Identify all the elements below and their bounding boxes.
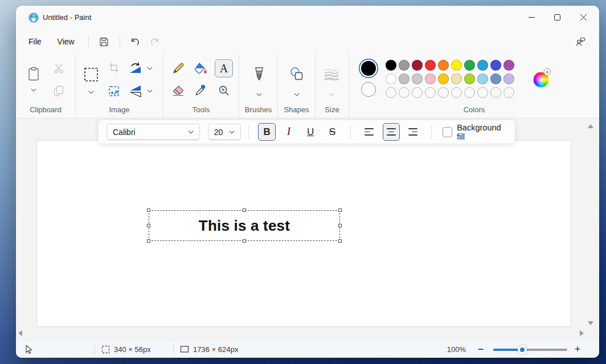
resize-button[interactable] xyxy=(108,85,120,97)
paste-button[interactable] xyxy=(27,67,40,81)
color-swatch[interactable] xyxy=(386,60,396,71)
bold-button[interactable]: B xyxy=(258,123,275,141)
undo-button[interactable] xyxy=(126,32,145,51)
drawing-canvas[interactable]: This is a test xyxy=(37,141,571,326)
edit-colors-button[interactable]: + xyxy=(534,72,549,88)
color-swatch[interactable] xyxy=(464,73,475,84)
cursor-arrow-icon xyxy=(24,345,32,354)
empty-color-slot[interactable] xyxy=(490,87,501,98)
zoom-in-button[interactable]: + xyxy=(571,342,584,356)
text-tool-selected[interactable]: A xyxy=(215,59,233,77)
align-left-button[interactable] xyxy=(361,123,378,141)
scroll-up-arrow[interactable] xyxy=(588,124,593,128)
color-swatch[interactable] xyxy=(386,73,396,84)
flip-dropdown-chevron[interactable] xyxy=(147,89,153,93)
cut-button[interactable] xyxy=(54,63,64,74)
color-picker-tool[interactable] xyxy=(195,85,206,96)
selection-handle[interactable] xyxy=(147,239,150,243)
selection-handle[interactable] xyxy=(243,208,246,212)
scroll-right-arrow[interactable] xyxy=(580,330,584,336)
selection-handle[interactable] xyxy=(147,224,150,227)
color2-swatch[interactable] xyxy=(361,82,376,97)
color-swatch[interactable] xyxy=(503,73,514,84)
empty-color-slot[interactable] xyxy=(386,87,396,98)
text-selection-box[interactable]: This is a test xyxy=(149,210,340,241)
font-size-select[interactable]: 20 xyxy=(208,124,241,140)
empty-color-slot[interactable] xyxy=(399,87,410,98)
selection-size-indicator: 340 × 56px xyxy=(101,341,151,358)
color-swatch[interactable] xyxy=(451,60,462,71)
color-swatch[interactable] xyxy=(477,60,488,71)
selection-handle[interactable] xyxy=(147,208,150,212)
color-swatch[interactable] xyxy=(451,73,462,84)
color-swatch[interactable] xyxy=(412,73,423,84)
align-center-button[interactable] xyxy=(383,123,400,141)
scroll-left-arrow[interactable] xyxy=(18,330,22,336)
pencil-tool[interactable] xyxy=(172,62,185,75)
minimize-button[interactable] xyxy=(519,6,544,28)
scroll-down-arrow[interactable] xyxy=(588,321,593,325)
strikethrough-button[interactable]: S xyxy=(324,123,341,141)
magnifier-tool[interactable] xyxy=(218,85,230,96)
brushes-dropdown-chevron[interactable] xyxy=(256,93,262,96)
canvas-text[interactable]: This is a test xyxy=(199,217,290,235)
background-fill-checkbox[interactable] xyxy=(443,127,452,137)
color-swatch[interactable] xyxy=(503,60,514,71)
selection-handle[interactable] xyxy=(338,224,342,227)
empty-color-slot[interactable] xyxy=(425,87,436,98)
rotate-button[interactable] xyxy=(129,62,142,75)
underline-button[interactable]: U xyxy=(302,123,319,141)
selection-handle[interactable] xyxy=(338,239,342,243)
redo-button[interactable] xyxy=(145,32,165,51)
color-swatch[interactable] xyxy=(490,73,501,84)
empty-color-slot[interactable] xyxy=(477,87,488,98)
italic-button[interactable]: I xyxy=(280,123,297,141)
select-dropdown-chevron[interactable] xyxy=(88,91,94,94)
empty-color-slot[interactable] xyxy=(412,87,423,98)
align-right-button[interactable] xyxy=(404,123,421,141)
maximize-button[interactable] xyxy=(544,6,570,28)
zoom-slider[interactable] xyxy=(493,349,567,351)
brushes-button[interactable] xyxy=(253,67,265,81)
flip-button[interactable] xyxy=(129,85,142,97)
color-swatch[interactable] xyxy=(490,60,501,71)
color-swatch[interactable] xyxy=(477,73,488,84)
select-button[interactable] xyxy=(84,67,99,82)
crop-button[interactable] xyxy=(109,63,120,73)
color-swatch[interactable] xyxy=(425,73,436,84)
color-swatch[interactable] xyxy=(399,60,410,71)
size-dropdown-chevron[interactable] xyxy=(329,93,334,96)
fill-tool[interactable] xyxy=(194,62,207,75)
empty-color-slot[interactable] xyxy=(438,87,449,98)
paste-dropdown-chevron[interactable] xyxy=(31,88,36,92)
size-button[interactable] xyxy=(324,68,339,80)
zoom-slider-thumb[interactable] xyxy=(518,345,527,354)
color-swatch[interactable] xyxy=(399,73,410,84)
align-right-icon xyxy=(408,128,417,135)
selection-handle[interactable] xyxy=(243,239,246,243)
desktop: { "titlebar": { "title": "Untitled - Pai… xyxy=(0,0,606,364)
copy-button[interactable] xyxy=(54,85,64,97)
zoom-out-button[interactable]: − xyxy=(474,342,488,356)
empty-color-slot[interactable] xyxy=(503,87,514,98)
color1-selected-swatch[interactable] xyxy=(361,61,376,76)
color-swatch[interactable] xyxy=(464,60,475,71)
menu-file[interactable]: File xyxy=(21,34,50,50)
feedback-icon[interactable] xyxy=(571,32,590,51)
color-swatch[interactable] xyxy=(412,60,423,71)
empty-color-slot[interactable] xyxy=(464,87,475,98)
shapes-button[interactable] xyxy=(289,67,304,81)
close-button[interactable] xyxy=(571,6,596,28)
eraser-tool[interactable] xyxy=(172,85,185,96)
selection-handle[interactable] xyxy=(338,208,342,212)
shapes-dropdown-chevron[interactable] xyxy=(294,93,300,96)
canvas-size-value: 1736 × 624px xyxy=(193,345,238,354)
color-swatch[interactable] xyxy=(425,60,436,71)
save-button[interactable] xyxy=(95,32,114,51)
menu-view[interactable]: View xyxy=(50,34,83,50)
empty-color-slot[interactable] xyxy=(451,87,462,98)
rotate-dropdown-chevron[interactable] xyxy=(147,67,153,70)
color-swatch[interactable] xyxy=(438,73,449,84)
font-family-select[interactable]: Calibri xyxy=(107,124,200,140)
color-swatch[interactable] xyxy=(438,60,449,71)
